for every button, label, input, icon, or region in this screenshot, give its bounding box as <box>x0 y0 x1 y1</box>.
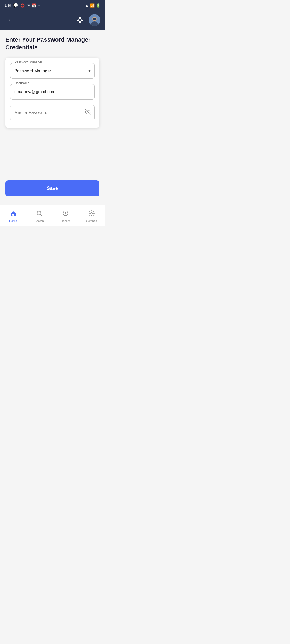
svg-rect-14 <box>93 18 96 20</box>
nav-item-recent[interactable]: Recent <box>52 207 79 222</box>
dot-icon: • <box>38 3 40 8</box>
password-manager-select[interactable]: Password Manager <box>10 63 95 79</box>
page-title: Enter Your Password Manager Credentials <box>5 36 99 51</box>
top-nav: ‹ <box>0 11 105 30</box>
username-label: Username <box>13 81 30 85</box>
form-card: Password Manager Password Manager ▾ User… <box>5 58 99 128</box>
messenger-icon: 💬 <box>13 3 18 8</box>
svg-rect-15 <box>12 214 14 216</box>
password-manager-select-wrapper: Password Manager ▾ <box>10 63 95 79</box>
master-password-field[interactable] <box>10 105 95 120</box>
home-icon <box>10 210 16 218</box>
password-manager-group: Password Manager Password Manager ▾ <box>10 63 95 79</box>
nav-item-settings[interactable]: Settings <box>79 207 105 222</box>
signal-icon: 📶 <box>90 3 95 8</box>
eye-off-icon[interactable] <box>85 109 91 116</box>
main-content: Enter Your Password Manager Credentials … <box>0 30 105 205</box>
recent-label: Recent <box>61 219 70 222</box>
username-field[interactable] <box>10 84 95 100</box>
settings-wheel-button[interactable] <box>75 15 85 25</box>
svg-point-18 <box>91 213 92 214</box>
settings-label: Settings <box>86 219 97 222</box>
back-button[interactable]: ‹ <box>4 15 15 25</box>
search-label: Search <box>35 219 44 222</box>
master-password-wrapper <box>10 105 95 120</box>
nav-item-search[interactable]: Search <box>26 207 53 222</box>
home-label: Home <box>9 219 17 222</box>
status-right-icons: ▲ 📶 🔋 <box>85 3 100 8</box>
username-group: Username <box>10 84 95 100</box>
svg-point-10 <box>79 19 81 21</box>
gmail-icon: ✉ <box>27 3 30 8</box>
password-manager-label: Password Manager <box>13 60 43 64</box>
search-icon <box>36 210 42 218</box>
calendar-icon: 📅 <box>32 3 36 8</box>
recent-icon <box>62 210 69 218</box>
wifi-icon: ▲ <box>85 3 89 8</box>
circle-icon: ⭕ <box>20 3 25 8</box>
save-button[interactable]: Save <box>5 180 99 196</box>
master-password-group <box>10 105 95 120</box>
bottom-nav: Home Search Recent Settings <box>0 205 105 226</box>
nav-item-home[interactable]: Home <box>0 207 26 222</box>
status-bar: 1:30 💬 ⭕ ✉ 📅 • ▲ 📶 🔋 <box>0 0 105 11</box>
battery-icon: 🔋 <box>96 3 100 8</box>
settings-icon <box>88 210 95 218</box>
status-time: 1:30 <box>4 3 11 8</box>
avatar[interactable] <box>89 14 100 26</box>
